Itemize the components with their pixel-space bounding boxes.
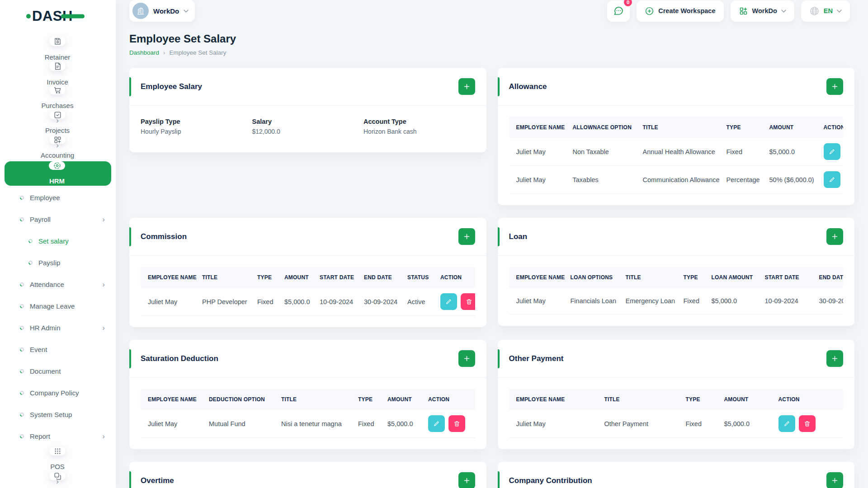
edit-button[interactable] bbox=[824, 143, 840, 160]
column-header: ACTION bbox=[816, 117, 844, 138]
app-logo[interactable]: DASH bbox=[0, 0, 73, 33]
table-cell: Juliet May bbox=[141, 410, 202, 438]
pos-icon bbox=[49, 447, 66, 455]
column-header: LOAN OPTIONS bbox=[563, 267, 618, 288]
table-cell: Juliet May bbox=[141, 288, 195, 316]
bullet-icon bbox=[19, 368, 25, 374]
create-workspace-button[interactable]: Create Workspace bbox=[637, 0, 723, 22]
workspace-switcher[interactable]: WorkDo bbox=[129, 0, 195, 22]
sidebar-item-payslip[interactable]: Payslip bbox=[0, 252, 116, 273]
workdo-menu-button[interactable]: WorkDo bbox=[731, 0, 794, 22]
saturation-deduction-table: EMPLOYEE NAMEDEDUCTION OPTIONTITLETYPEAM… bbox=[141, 389, 475, 438]
employee-salary-details: Payslip Type Hourly Payslip Salary $12,0… bbox=[129, 106, 486, 152]
card-title: Loan bbox=[509, 232, 528, 241]
action-cell bbox=[433, 288, 475, 316]
sidebar-item-attendance[interactable]: Attendance› bbox=[0, 273, 116, 295]
sidebar-item-pos[interactable]: POS› bbox=[0, 447, 116, 472]
logo-bar-icon bbox=[61, 14, 85, 19]
edit-button[interactable] bbox=[428, 415, 445, 432]
plus-icon bbox=[831, 355, 838, 362]
add-company-contribution-button[interactable] bbox=[826, 472, 843, 488]
table-cell: Juliet May bbox=[509, 166, 566, 194]
table-row: Juliet MayNon TaxableAnnual Health Allow… bbox=[509, 138, 844, 166]
sidebar-item-set-salary[interactable]: Set salary bbox=[0, 230, 116, 252]
action-cell bbox=[421, 410, 475, 438]
pencil-icon bbox=[829, 148, 835, 155]
card-header: Commission bbox=[129, 218, 486, 256]
column-header: START DATE bbox=[312, 267, 357, 288]
sidebar-item-retainer[interactable]: Retainer bbox=[0, 36, 116, 61]
edit-button[interactable] bbox=[440, 293, 457, 310]
create-workspace-label: Create Workspace bbox=[658, 7, 715, 14]
sidebar-item-accounting[interactable]: Accounting› bbox=[0, 136, 116, 160]
sidebar-item-projects[interactable]: Projects› bbox=[0, 111, 116, 136]
other-payment-table: EMPLOYEE NAMETITLETYPEAMOUNTACTIONJuliet… bbox=[509, 389, 844, 438]
table-cell: $5,000.0 bbox=[277, 288, 312, 316]
sidebar-nav: RetainerInvoicePurchases›Projects›Accoun… bbox=[0, 33, 116, 488]
sidebar-item-document[interactable]: Document bbox=[0, 360, 116, 382]
sidebar-item-label: Company Policy bbox=[30, 389, 105, 397]
table-cell: 30-09-2024 bbox=[357, 288, 400, 316]
table-cell: Communication Allowance bbox=[636, 166, 719, 194]
card-header: Overtime bbox=[129, 462, 486, 488]
messages-button[interactable]: 0 bbox=[607, 0, 630, 22]
edit-button[interactable] bbox=[824, 171, 840, 188]
chevron-right-icon: › bbox=[102, 324, 105, 332]
table-cell: 10-09-2024 bbox=[312, 288, 357, 316]
sidebar-item-event[interactable]: Event bbox=[0, 338, 116, 360]
grid-plus-icon bbox=[739, 6, 748, 16]
bullet-icon bbox=[19, 325, 25, 331]
bullet-icon bbox=[19, 390, 25, 396]
column-header: TITLE bbox=[195, 267, 250, 288]
field-value: Hourly Payslip bbox=[141, 128, 252, 135]
add-commission-button[interactable] bbox=[458, 228, 475, 245]
sidebar-item-hrm[interactable]: HRM› bbox=[5, 161, 111, 186]
sidebar-item-purchases[interactable]: Purchases› bbox=[0, 86, 116, 111]
hrm-icon bbox=[49, 161, 65, 170]
table-cell: Percentage bbox=[719, 166, 762, 194]
column-header: AMOUNT bbox=[717, 389, 771, 410]
sidebar-item-system-setup[interactable]: System Setup bbox=[0, 404, 116, 425]
chevron-right-icon: › bbox=[102, 216, 105, 223]
chevron-down-icon bbox=[184, 9, 189, 13]
add-employee-salary-button[interactable] bbox=[458, 78, 475, 95]
add-saturation-deduction-button[interactable] bbox=[458, 350, 475, 367]
page-title: Employee Set Salary bbox=[129, 33, 854, 45]
delete-button[interactable] bbox=[461, 293, 475, 310]
breadcrumb-dashboard-link[interactable]: Dashboard bbox=[129, 49, 159, 56]
sidebar-item-employee[interactable]: Employee bbox=[0, 187, 116, 208]
table-header-row: EMPLOYEE NAMETITLETYPEAMOUNTACTION bbox=[509, 389, 844, 410]
delete-button[interactable] bbox=[448, 415, 465, 432]
column-header: EMPLOYEE NAME bbox=[141, 389, 202, 410]
sidebar-item-report[interactable]: Report› bbox=[0, 425, 116, 447]
card-header: Company Contribution bbox=[498, 462, 855, 488]
sidebar-item-payroll[interactable]: Payroll› bbox=[0, 208, 116, 230]
sidebar-item-company-policy[interactable]: Company Policy bbox=[0, 382, 116, 404]
sidebar-item-label: Employee bbox=[30, 194, 105, 202]
add-allowance-button[interactable] bbox=[826, 78, 843, 95]
delete-button[interactable] bbox=[799, 415, 816, 432]
add-other-payment-button[interactable] bbox=[826, 350, 843, 367]
table-cell: Juliet May bbox=[509, 288, 563, 314]
card-header: Loan bbox=[498, 218, 855, 256]
column-header: ACTION bbox=[421, 389, 475, 410]
card-title: Commission bbox=[141, 232, 187, 241]
sidebar-item-crm[interactable]: CRM› bbox=[0, 472, 116, 488]
sidebar-item-label: Report bbox=[30, 432, 96, 440]
sidebar-item-label: HR Admin bbox=[30, 324, 96, 332]
column-header: DEDUCTION OPTION bbox=[202, 389, 274, 410]
add-overtime-button[interactable] bbox=[458, 472, 475, 488]
sidebar-item-manage-leave[interactable]: Manage Leave bbox=[0, 295, 116, 317]
sidebar-item-label: Invoice bbox=[47, 78, 68, 86]
plus-icon bbox=[463, 233, 470, 240]
sidebar-item-hr-admin[interactable]: HR Admin› bbox=[0, 317, 116, 338]
language-button[interactable]: EN bbox=[801, 0, 850, 22]
card-title: Allowance bbox=[509, 82, 547, 91]
plus-icon bbox=[831, 233, 838, 240]
sidebar-item-invoice[interactable]: Invoice bbox=[0, 61, 116, 86]
edit-button[interactable] bbox=[778, 415, 795, 432]
add-loan-button[interactable] bbox=[826, 228, 843, 245]
sidebar-item-label: Event bbox=[30, 346, 105, 353]
card-title: Overtime bbox=[141, 476, 174, 485]
commission-table: EMPLOYEE NAMETITLETYPEAMOUNTSTART DATEEN… bbox=[141, 267, 475, 316]
